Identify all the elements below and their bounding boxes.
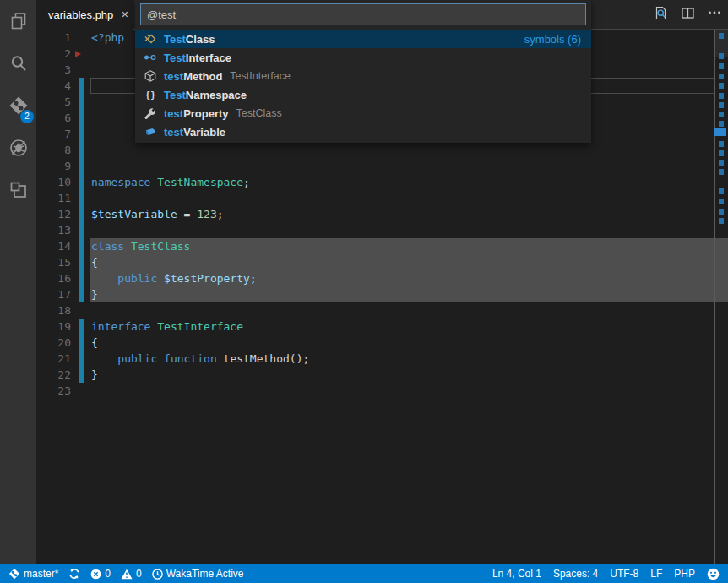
line-number[interactable]: 19 — [36, 319, 71, 335]
tab-variables-php[interactable]: variables.php ✕ — [36, 0, 133, 30]
vscode-window: 2 variables.php ✕ 1<?php2345678910namesp… — [0, 0, 728, 583]
activity-bar-item-extensions[interactable] — [0, 169, 36, 211]
code-line-18[interactable]: 18 — [36, 302, 728, 319]
overview-modified-mark — [719, 121, 724, 127]
symbol-result-TestClass[interactable]: TestClasssymbols (6) — [135, 30, 591, 48]
code-line-14[interactable]: 14class TestClass — [36, 238, 728, 254]
code-line-9[interactable]: 9 — [36, 158, 728, 174]
activity-bar-item-source-control[interactable]: 2 — [0, 84, 36, 127]
line-number[interactable]: 18 — [36, 302, 71, 319]
line-number[interactable]: 17 — [36, 286, 71, 302]
status-warning[interactable]: 0 — [121, 564, 142, 583]
code-line-13[interactable]: 13 — [36, 222, 728, 238]
code-text: class TestClass — [91, 238, 190, 254]
line-number[interactable]: 2 — [36, 46, 71, 62]
status-bar-left: master*00WakaTime Active — [8, 564, 244, 583]
line-number[interactable]: 6 — [36, 110, 71, 126]
code-line-12[interactable]: 12$testVariable = 123; — [36, 206, 728, 222]
method-icon — [144, 69, 157, 83]
overview-cursor-mark — [714, 128, 726, 136]
interface-icon — [144, 51, 157, 64]
symbol-search-input[interactable]: @test — [140, 3, 586, 25]
code-line-21[interactable]: 21 public function testMethod(); — [36, 351, 728, 367]
status-label: master* — [24, 568, 58, 580]
overview-modified-mark — [719, 83, 724, 89]
line-number[interactable]: 15 — [36, 254, 71, 270]
code-line-10[interactable]: 10namespace TestNamespace; — [36, 174, 728, 190]
code-text: public function testMethod(); — [91, 351, 309, 367]
line-number[interactable]: 5 — [36, 94, 71, 110]
line-number[interactable]: 13 — [36, 222, 71, 238]
status-ln-4-col-1[interactable]: Ln 4, Col 1 — [492, 564, 541, 583]
symbol-result-testProperty[interactable]: testPropertyTestClass — [135, 104, 591, 123]
line-number[interactable]: 12 — [36, 206, 71, 222]
code-line-22[interactable]: 22} — [36, 367, 728, 383]
split-editor-button[interactable] — [681, 6, 695, 24]
code-line-16[interactable]: 16 public $testProperty; — [36, 270, 728, 286]
error-icon — [90, 569, 101, 580]
line-number[interactable]: 4 — [36, 78, 71, 94]
status-smiley[interactable] — [707, 564, 720, 583]
status-clock[interactable]: WakaTime Active — [152, 564, 244, 583]
line-number[interactable]: 23 — [36, 383, 71, 399]
overview-modified-mark — [719, 53, 724, 59]
code-line-8[interactable]: 8 — [36, 142, 728, 158]
search-icon — [8, 53, 29, 74]
overview-modified-mark — [719, 102, 724, 108]
status-sync[interactable] — [68, 564, 80, 583]
line-number[interactable]: 9 — [36, 158, 71, 174]
line-number[interactable]: 22 — [36, 367, 71, 383]
tab-close-icon[interactable]: ✕ — [121, 9, 128, 20]
code-line-23[interactable]: 23 — [36, 383, 728, 399]
smiley-icon — [707, 568, 720, 580]
status-spaces-4[interactable]: Spaces: 4 — [553, 564, 598, 583]
activity-bar-item-search[interactable] — [0, 42, 36, 84]
line-number[interactable]: 11 — [36, 190, 71, 206]
line-number[interactable]: 3 — [36, 62, 71, 78]
line-number[interactable]: 20 — [36, 335, 71, 351]
symbol-name: TestInterface — [164, 52, 231, 64]
code-text: { — [91, 335, 98, 351]
status-utf-8[interactable]: UTF-8 — [610, 564, 638, 583]
overview-modified-mark — [719, 188, 724, 194]
symbol-result-TestNamespace[interactable]: {}TestNamespace — [135, 85, 591, 104]
overview-modified-mark — [719, 63, 724, 69]
line-number[interactable]: 7 — [36, 126, 71, 142]
status-lf[interactable]: LF — [650, 564, 662, 583]
debug-icon — [8, 138, 29, 158]
symbol-result-TestInterface[interactable]: TestInterface — [135, 48, 591, 67]
code-text: interface TestInterface — [91, 319, 243, 335]
code-line-11[interactable]: 11 — [36, 190, 728, 206]
line-number[interactable]: 8 — [36, 142, 71, 158]
overview-modified-mark — [719, 218, 724, 224]
symbol-result-testVariable[interactable]: testVariable — [135, 123, 591, 141]
code-line-19[interactable]: 19interface TestInterface — [36, 319, 728, 335]
code-text: public $testProperty; — [91, 270, 257, 286]
symbol-result-testMethod[interactable]: testMethodTestInterface — [135, 67, 591, 85]
status-label: UTF-8 — [610, 568, 638, 580]
overview-modified-mark — [719, 150, 724, 156]
overview-modified-mark — [719, 112, 724, 117]
status-php[interactable]: PHP — [674, 564, 695, 583]
status-label: LF — [650, 568, 662, 580]
symbol-name: testProperty — [164, 107, 229, 120]
activity-bar-item-debug[interactable] — [0, 127, 36, 169]
activity-bar-item-explorer[interactable] — [0, 0, 36, 42]
status-label: WakaTime Active — [166, 568, 244, 580]
status-label: 0 — [136, 568, 142, 580]
more-actions-button[interactable] — [708, 6, 721, 23]
line-number[interactable]: 1 — [36, 30, 71, 46]
overview-modified-mark — [719, 74, 724, 79]
code-line-20[interactable]: 20{ — [36, 335, 728, 351]
line-number[interactable]: 10 — [36, 174, 71, 190]
line-number[interactable]: 21 — [36, 351, 71, 367]
status-bar-right: Ln 4, Col 1Spaces: 4UTF-8LFPHP — [492, 564, 720, 583]
overview-modified-mark — [719, 141, 724, 147]
line-number[interactable]: 16 — [36, 270, 71, 286]
code-line-17[interactable]: 17} — [36, 286, 728, 302]
code-line-15[interactable]: 15{ — [36, 254, 728, 270]
status-error[interactable]: 0 — [90, 564, 111, 583]
line-number[interactable]: 14 — [36, 238, 71, 254]
find-button[interactable] — [654, 6, 668, 24]
status-git-branch[interactable]: master* — [8, 564, 58, 583]
